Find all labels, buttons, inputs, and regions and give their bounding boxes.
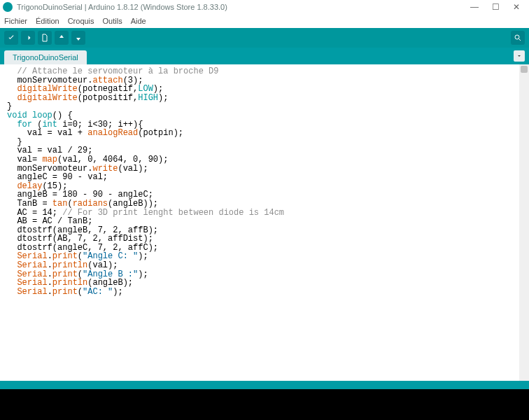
vertical-scrollbar[interactable] bbox=[519, 64, 529, 381]
save-button[interactable] bbox=[71, 31, 85, 45]
menubar: Fichier Édition Croquis Outils Aide bbox=[0, 14, 529, 28]
code-line: val = val + analogRead(potpin); bbox=[7, 129, 519, 138]
menu-aide[interactable]: Aide bbox=[131, 17, 146, 25]
window-titlebar: TrigonoDuinoSerial | Arduino 1.8.12 (Win… bbox=[0, 0, 529, 14]
window-title: TrigonoDuinoSerial | Arduino 1.8.12 (Win… bbox=[17, 3, 470, 11]
menu-outils[interactable]: Outils bbox=[103, 17, 122, 25]
editor-wrap: // Attache le servomoteur à la broche D9… bbox=[0, 64, 529, 381]
window-controls: — ☐ ✕ bbox=[470, 3, 526, 11]
open-button[interactable] bbox=[55, 31, 69, 45]
menu-fichier[interactable]: Fichier bbox=[4, 17, 27, 25]
code-line: digitalWrite(potpositif,HIGH); bbox=[7, 94, 519, 103]
code-line: } bbox=[7, 102, 519, 111]
svg-point-0 bbox=[515, 35, 519, 39]
console-output bbox=[0, 389, 529, 420]
code-line: angleC = 90 - val; bbox=[7, 173, 519, 182]
scrollbar-thumb[interactable] bbox=[521, 66, 528, 73]
upload-button[interactable] bbox=[21, 31, 35, 45]
close-button[interactable]: ✕ bbox=[512, 3, 521, 11]
verify-button[interactable] bbox=[4, 31, 18, 45]
tab-active[interactable]: TrigonoDuinoSerial bbox=[4, 50, 87, 64]
serial-monitor-button[interactable] bbox=[511, 31, 525, 45]
tab-dropdown-button[interactable] bbox=[514, 50, 525, 62]
maximize-button[interactable]: ☐ bbox=[491, 3, 500, 11]
toolbar bbox=[0, 28, 529, 48]
app-icon bbox=[3, 2, 13, 12]
status-bar bbox=[0, 381, 529, 389]
new-button[interactable] bbox=[38, 31, 52, 45]
code-line: Serial.print("AC: "); bbox=[7, 288, 519, 297]
menu-croquis[interactable]: Croquis bbox=[68, 17, 94, 25]
tabbar: TrigonoDuinoSerial bbox=[0, 48, 529, 64]
menu-edition[interactable]: Édition bbox=[36, 17, 59, 25]
minimize-button[interactable]: — bbox=[470, 3, 479, 11]
code-editor[interactable]: // Attache le servomoteur à la broche D9… bbox=[0, 64, 519, 381]
